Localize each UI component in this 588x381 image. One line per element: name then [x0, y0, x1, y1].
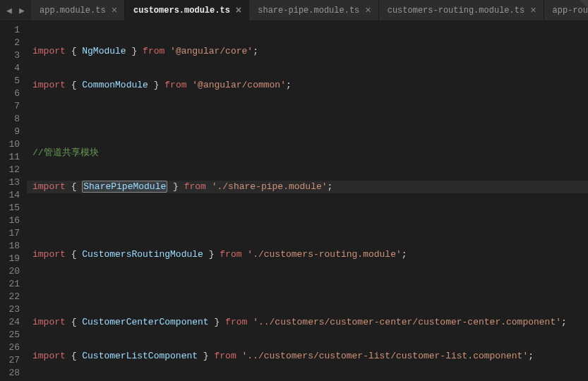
comment: //管道共享模块 — [32, 147, 99, 158]
line-number: 20 — [0, 265, 20, 278]
nav-next-icon[interactable]: ▶ — [17, 6, 27, 16]
line-number: 6 — [0, 87, 20, 100]
line-number: 24 — [0, 316, 20, 329]
selected-text: SharePipeModule — [82, 181, 167, 193]
line-number: 9 — [0, 126, 20, 138]
active-line: import { SharePipeModule } from './share… — [27, 181, 588, 193]
close-icon[interactable]: × — [112, 6, 117, 16]
line-number: 18 — [0, 240, 20, 253]
line-number: 12 — [0, 164, 20, 176]
line-number: 7 — [0, 100, 20, 113]
nav-arrows: ◀ ▶ — [0, 6, 31, 16]
tab-customers-module[interactable]: customers.module.ts × — [125, 0, 249, 20]
line-number: 28 — [0, 367, 20, 380]
close-icon[interactable]: × — [530, 6, 536, 16]
line-number: 4 — [0, 62, 20, 75]
keyword: import — [32, 46, 66, 56]
tab-label: customers.module.ts — [133, 6, 230, 16]
tab-app-module[interactable]: app.module.ts × — [31, 0, 125, 20]
line-number: 8 — [0, 113, 20, 126]
nav-prev-icon[interactable]: ◀ — [4, 6, 14, 16]
line-number: 5 — [0, 75, 20, 87]
tab-label: share-pipe.module.ts — [258, 6, 359, 16]
line-number: 21 — [0, 278, 20, 291]
line-number: 27 — [0, 354, 20, 367]
line-number: 22 — [0, 291, 20, 303]
line-number: 26 — [0, 341, 20, 354]
line-number: 17 — [0, 227, 20, 240]
code-area[interactable]: import { NgModule } from '@angular/core'… — [27, 21, 588, 381]
line-number: 25 — [0, 329, 20, 341]
close-icon[interactable]: × — [365, 6, 371, 16]
line-number: 1 — [0, 24, 20, 37]
top-bar: ◀ ▶ app.module.ts × customers.module.ts … — [0, 0, 588, 21]
line-number: 15 — [0, 202, 20, 214]
line-number: 11 — [0, 151, 20, 164]
line-number-gutter: 1234567891011121314151617181920212223242… — [0, 21, 27, 381]
line-number: 16 — [0, 214, 20, 227]
tab-customers-routing-module[interactable]: customers-routing.module.ts × — [379, 0, 544, 20]
line-number: 2 — [0, 37, 20, 49]
line-number: 14 — [0, 189, 20, 202]
line-number: 3 — [0, 49, 20, 62]
tab-label: customers-routing.module.ts — [388, 6, 524, 16]
tab-bar: app.module.ts × customers.module.ts × sh… — [31, 0, 588, 20]
line-number: 19 — [0, 253, 20, 265]
tab-share-pipe-module[interactable]: share-pipe.module.ts × — [249, 0, 378, 20]
editor[interactable]: 1234567891011121314151617181920212223242… — [0, 21, 588, 381]
line-number: 23 — [0, 303, 20, 316]
line-number: 10 — [0, 138, 20, 151]
line-number: 13 — [0, 176, 20, 189]
tab-label: app.module.ts — [40, 6, 106, 16]
close-icon[interactable]: × — [236, 6, 241, 16]
